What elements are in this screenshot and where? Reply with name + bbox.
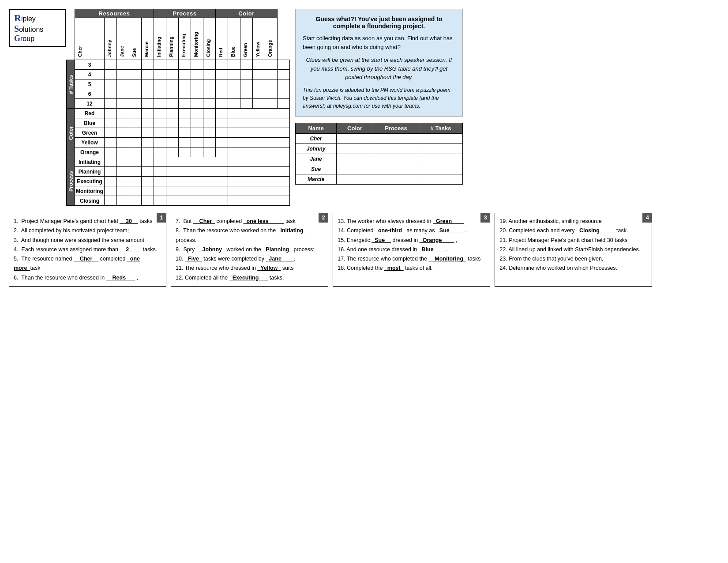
clue-1-4: 4. Each resource was assigned more than … (14, 245, 161, 254)
process-row-planning: Planning (67, 167, 290, 177)
col-jane: Jane (116, 18, 129, 60)
col-monitoring: Monitoring (191, 18, 203, 60)
summary-tasks-cher (419, 133, 463, 144)
process-row-closing: Closing (67, 196, 290, 206)
process-row-executing: Executing (67, 177, 290, 186)
summary-name-sue: Sue (295, 164, 336, 174)
logo-ripley: ipley (21, 15, 36, 23)
row-label-executing: Executing (75, 177, 105, 186)
col-green: Green (240, 18, 252, 60)
summary-row-marcie: Marcie (295, 174, 462, 184)
clue-2-3: 9. Spry __Johnny_ worked on the _Plannin… (176, 245, 323, 254)
logo-group: roup (20, 35, 34, 43)
summary-row-jane: Jane (295, 154, 462, 164)
info-box: Guess what?! You've just been assigned t… (295, 9, 463, 117)
summary-tasks-jane (419, 154, 463, 164)
row-label-12: 12 (75, 99, 105, 109)
clue-box-3: 3 13. The worker who always dressed in _… (333, 213, 490, 287)
color-row-orange: Orange (67, 147, 290, 157)
tasks-row-5: 5 (67, 79, 290, 89)
col-blue: Blue (228, 18, 240, 60)
clue-3-1: 13. The worker who always dressed in _Gr… (338, 217, 485, 226)
row-label-closing: Closing (75, 196, 105, 206)
tasks-row-4: 4 (67, 70, 290, 79)
clues-section: 1 1. Project Manager Pete's gantt chart … (9, 213, 652, 287)
summary-color-jane (337, 154, 373, 164)
col-initiating: Initiating (154, 18, 166, 60)
clue-2-2: 8. Than the resource who worked on the _… (176, 226, 323, 245)
logo-solutions: olutions (19, 26, 43, 34)
row-label-4: 4 (75, 70, 105, 79)
process-header: Process (154, 9, 215, 18)
row-label-yellow: Yellow (75, 138, 105, 147)
logo-r: R (14, 12, 21, 24)
logo-s: S (14, 24, 19, 34)
clue-4-1: 19. Another enthusiastic, smiling resour… (499, 217, 647, 226)
clue-3-3: 15. Energetic _Sue__ dressed in _Orange_… (338, 236, 485, 245)
info-italic: Clues will be given at the start of each… (303, 56, 455, 82)
process-section-label: Process (67, 157, 75, 206)
clue-4-2: 20. Completed each and every _Closing___… (499, 226, 647, 235)
summary-name-jane: Jane (295, 154, 336, 164)
clue-2-4: 10. _Five_ tasks were completed by _Jane… (176, 254, 323, 264)
summary-color-sue (337, 164, 373, 174)
col-executing: Executing (178, 18, 191, 60)
process-row-monitoring: Monitoring (67, 186, 290, 196)
col-sue: Sue (129, 18, 141, 60)
summary-row-cher: Cher (295, 133, 462, 144)
col-closing: Closing (203, 18, 215, 60)
tasks-section-label: # Tasks (67, 60, 75, 109)
row-label-6: 6 (75, 89, 105, 99)
tasks-row-6: 6 (67, 89, 290, 99)
color-row-red: Color Red (67, 109, 290, 118)
clue-number-1: 1 (157, 213, 166, 223)
col-planning: Planning (166, 18, 178, 60)
clue-box-1: 1 1. Project Manager Pete's gantt chart … (9, 213, 166, 287)
clue-number-3: 3 (480, 213, 490, 223)
clue-1-1: 1. Project Manager Pete's gantt chart he… (14, 217, 161, 226)
clue-1-2: 2. All completed by his motivated projec… (14, 226, 161, 235)
clue-2-6: 12. Completed all the _Executing___ task… (176, 273, 323, 283)
summary-tasks-johnny (419, 144, 463, 154)
row-label-monitoring: Monitoring (75, 186, 105, 196)
info-headline: Guess what?! You've just been assigned t… (303, 15, 455, 30)
clue-4-4: 22. All lined up and linked with Start/F… (499, 245, 647, 254)
col-marcie: Marcie (141, 18, 154, 60)
color-header: Color (215, 9, 277, 18)
summary-name-cher: Cher (295, 133, 336, 144)
summary-header-name: Name (295, 123, 336, 133)
logo: R ipley S olutions G roup (9, 9, 66, 47)
summary-color-cher (337, 133, 373, 144)
summary-name-marcie: Marcie (295, 174, 336, 184)
clue-box-2: 2 7. But __Cher_ completed _one less____… (171, 213, 328, 287)
row-label-planning: Planning (75, 167, 105, 177)
col-orange: Orange (265, 18, 277, 60)
process-row-initiating: Process Initiating (67, 157, 290, 167)
clue-3-6: 18. Completed the _most_ tasks of all. (338, 264, 485, 273)
clue-2-5: 11. The resource who dressed in _Yellow_… (176, 264, 323, 273)
info-footer: This fun puzzle is adapted to the PM wor… (303, 86, 455, 110)
clue-3-4: 16. And one resource dressed in _Blue___… (338, 245, 485, 254)
tasks-row-12: 12 (67, 99, 290, 109)
color-row-yellow: Yellow (67, 138, 290, 147)
summary-process-marcie (373, 174, 419, 184)
summary-tasks-sue (419, 164, 463, 174)
row-label-red: Red (75, 109, 105, 118)
main-grid: Resources Process Color (66, 9, 290, 206)
color-section-label: Color (67, 109, 75, 157)
clue-number-2: 2 (319, 213, 328, 223)
clue-box-4: 4 19. Another enthusiastic, smiling reso… (495, 213, 652, 287)
summary-process-jane (373, 154, 419, 164)
clue-4-5: 23. From the clues that you've been give… (499, 254, 647, 264)
summary-process-johnny (373, 144, 419, 154)
resources-header: Resources (75, 9, 154, 18)
row-label-green: Green (75, 128, 105, 138)
row-label-5: 5 (75, 79, 105, 89)
col-red: Red (215, 18, 228, 60)
row-label-3: 3 (75, 60, 105, 70)
col-cher: Cher (75, 18, 105, 60)
summary-header-tasks: # Tasks (419, 123, 463, 133)
tasks-row-3: # Tasks 3 (67, 60, 290, 70)
clue-3-5: 17. The resource who completed the __Mon… (338, 254, 485, 264)
logo-g: G (14, 34, 20, 43)
